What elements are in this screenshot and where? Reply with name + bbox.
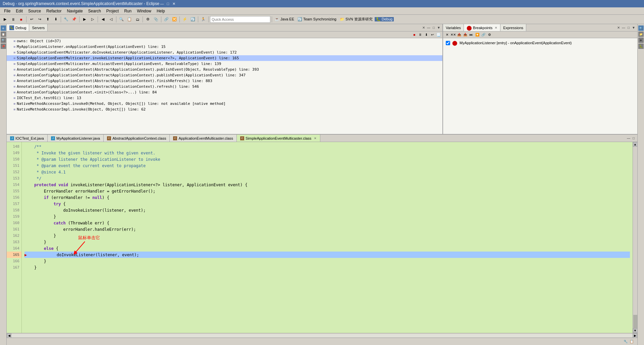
bp-skip-btn[interactable]: ⏭ (469, 32, 474, 38)
breakpoints-tab-close[interactable]: ✕ (495, 26, 497, 29)
stack-item-2[interactable]: ≡ SimpleApplicationEventMulticaster.invo… (7, 55, 442, 61)
stack-item-11[interactable]: ≡ NativeMethodAccessorImpl.invoke(Object… (7, 107, 442, 112)
perspective-java-ee[interactable]: ☕ Java EE (273, 17, 296, 21)
toolbar-btn-13[interactable]: 🔍 (118, 16, 125, 23)
editor-scroll-thumb[interactable] (633, 315, 637, 328)
perspective-svn[interactable]: 📁 SVN 资源库研究 (338, 17, 374, 22)
stack-item-4[interactable]: ≡ AnnotationConfigApplicationContext(Abs… (7, 67, 442, 72)
stack-owns[interactable]: ≡ owns: Object (id=37) (7, 38, 442, 44)
menu-edit[interactable]: Edit (13, 7, 25, 14)
title-controls[interactable]: — □ ✕ (159, 1, 177, 6)
bp-import-btn[interactable]: 📥 (463, 32, 468, 38)
editor-tab-simplemc[interactable]: C SimpleApplicationEventMulticaster.clas… (237, 135, 320, 142)
toolbar-btn-16[interactable]: ⚙ (144, 16, 152, 23)
editor-hscroll-left[interactable]: ◀ (7, 333, 11, 338)
toolbar-btn-14[interactable]: 📋 (126, 16, 133, 23)
breakpoint-checkbox[interactable] (446, 41, 450, 45)
bottom-btn-2[interactable]: 📋 (629, 339, 635, 345)
bp-settings-btn[interactable]: ⚙ (487, 32, 492, 38)
stack-item-7[interactable]: ≡ AnnotationConfigApplicationContext(Abs… (7, 84, 442, 89)
right-tab-breakpoints[interactable]: ⬤ Breakpoints ✕ (464, 24, 500, 31)
editor-hscroll[interactable]: ◀ ▶ (7, 333, 637, 338)
editor-max-btn[interactable]: □ (631, 136, 636, 141)
maximize-button[interactable]: □ (165, 1, 171, 6)
debug-panel-btn-max[interactable]: □ (431, 25, 436, 30)
debug-panel-btn-view[interactable]: ▼ (436, 25, 441, 30)
debug-tab-servers[interactable]: Servers (29, 24, 48, 31)
toolbar-btn-2[interactable]: ⏸ (9, 16, 17, 23)
menu-help[interactable]: Help (154, 7, 168, 14)
stack-item-1[interactable]: ≡ SimpleApplicationEventMulticaster.doIn… (7, 50, 442, 55)
right-panel-btn-1[interactable]: ✕ (616, 25, 621, 30)
menu-window[interactable]: Window (134, 7, 154, 14)
editor-tab-ioctest[interactable]: J IOCTest_Ext.java (7, 135, 48, 142)
toolbar-btn-4[interactable]: ↪ (36, 16, 43, 23)
toolbar-btn-8[interactable]: 📌 (70, 16, 78, 23)
bp-export-btn[interactable]: 📤 (457, 32, 462, 38)
stack-item-5[interactable]: ≡ AnnotationConfigApplicationContext(Abs… (7, 72, 442, 78)
sidebar-icon-2[interactable]: 📋 (1, 31, 6, 37)
menu-search[interactable]: Search (86, 7, 104, 14)
persp-icon-4[interactable]: 🐛 (638, 44, 644, 49)
editor-scroll-up[interactable]: ▲ (633, 142, 638, 147)
toolbar-btn-1[interactable]: ▶ (1, 16, 9, 23)
persp-icon-1[interactable]: 🔍 (638, 25, 644, 31)
stack-item-10[interactable]: ≡ NativeMethodAccessorImpl.invoke0(Metho… (7, 101, 442, 107)
stack-item-0[interactable]: ≡ MyApplicationListener.onApplicationEve… (7, 44, 442, 50)
quick-access-input[interactable] (210, 16, 270, 23)
perspective-debug[interactable]: 🐛 Debug (375, 17, 394, 21)
stack-item-8[interactable]: ≡ AnnotationConfigApplicationContext.<in… (7, 89, 442, 95)
sidebar-icon-1[interactable]: ⚙ (1, 25, 6, 31)
persp-icon-2[interactable]: 📁 (638, 31, 644, 37)
right-panel-btn-3[interactable]: □ (626, 25, 631, 30)
toolbar-btn-17[interactable]: 📎 (152, 16, 160, 23)
persp-icon-3[interactable]: ⚙ (638, 38, 644, 43)
debug-collapse-btn[interactable]: 📃 (436, 32, 441, 38)
editor-hscroll-track[interactable] (11, 334, 633, 337)
code-content[interactable]: /** * Invoke the given listener with the… (22, 142, 633, 333)
toolbar-btn-9[interactable]: ▶ (81, 16, 88, 23)
stack-item-9[interactable]: ≡ IOCTest_Ext.test01() line: 13 (7, 95, 442, 101)
editor-tab-mylistener[interactable]: J MyApplicationListener.java (48, 135, 104, 142)
menu-project[interactable]: Project (104, 7, 121, 14)
stack-item-3[interactable]: ≡ SimpleApplicationEventMulticaster.mult… (7, 61, 442, 67)
bp-remove-all-btn[interactable]: ✕✕ (450, 32, 456, 38)
toolbar-btn-19[interactable]: 🔀 (171, 16, 178, 23)
toolbar-btn-11[interactable]: ◀ (99, 16, 107, 23)
toolbar-btn-15[interactable]: 🗂 (134, 16, 141, 23)
editor-scroll-down[interactable]: ▼ (633, 328, 638, 333)
toolbar-btn-18[interactable]: 🔗 (163, 16, 170, 23)
bottom-btn-1[interactable]: 🔧 (623, 339, 629, 345)
toolbar-btn-21[interactable]: 🔄 (189, 16, 197, 23)
menu-file[interactable]: File (1, 7, 13, 14)
toolbar-btn-22[interactable]: 🏃 (200, 16, 207, 23)
right-tab-variables[interactable]: Variables (443, 24, 464, 31)
debug-resume-btn[interactable]: ■ (412, 32, 417, 38)
perspective-team-sync[interactable]: 🔄 Team Synchronizing (296, 17, 338, 21)
toolbar-btn-20[interactable]: ⚡ (181, 16, 189, 23)
right-panel-btn-4[interactable]: ▼ (631, 25, 636, 30)
debug-panel-btn-x[interactable]: ✕ (421, 25, 426, 30)
toolbar-btn-12[interactable]: ◁ (107, 16, 115, 23)
bp-remove-btn[interactable]: ✕ (444, 32, 450, 38)
toolbar-btn-6[interactable]: ⬇ (52, 16, 59, 23)
toolbar-btn-10[interactable]: ▷ (89, 16, 96, 23)
editor-hscroll-right[interactable]: ▶ (633, 333, 637, 338)
editor-scrollbar[interactable]: ▲ ▼ (633, 142, 637, 333)
debug-suspend-btn[interactable]: ⏸ (418, 32, 423, 38)
simplemc-tab-close[interactable]: ✕ (314, 137, 317, 140)
debug-step-over-btn[interactable]: ↩ (430, 32, 435, 38)
bp-link-btn[interactable]: 🔗 (481, 32, 486, 38)
menu-run[interactable]: Run (121, 7, 134, 14)
close-button[interactable]: ✕ (171, 1, 177, 6)
right-panel-btn-2[interactable]: — (621, 25, 626, 30)
bp-expand-btn[interactable]: 🔽 (475, 32, 480, 38)
sidebar-icon-3[interactable]: 🔍 (1, 38, 6, 43)
stack-item-6[interactable]: ≡ AnnotationConfigApplicationContext(Abs… (7, 78, 442, 84)
toolbar-btn-3[interactable]: ↩ (28, 16, 35, 23)
menu-source[interactable]: Source (25, 7, 44, 14)
editor-tab-abstract[interactable]: C AbstractApplicationContext.class (104, 135, 170, 142)
debug-tab-debug[interactable]: 🐛 Debug (7, 24, 29, 31)
toolbar-btn-stop[interactable]: ■ (17, 16, 25, 23)
breakpoint-item-1[interactable]: ⬤ MyApplicationListener [entry] - onAppl… (444, 40, 636, 46)
